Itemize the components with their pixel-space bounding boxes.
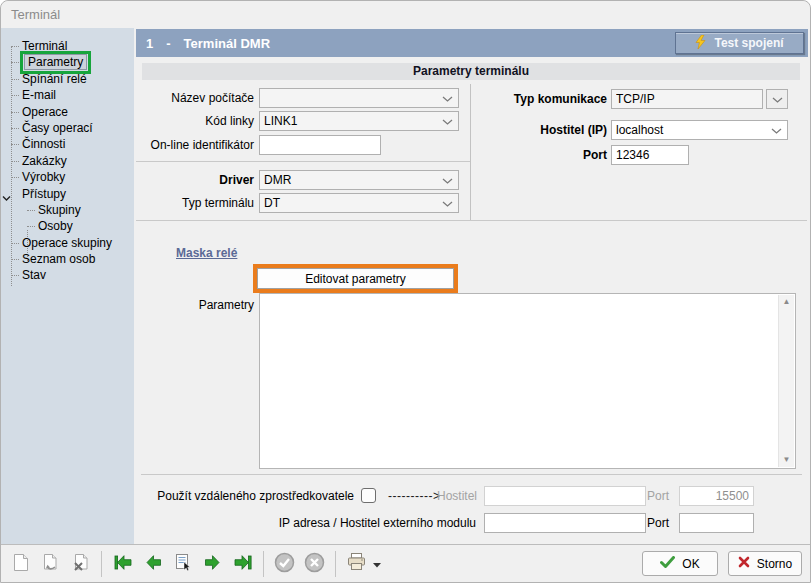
communication-type-dropdown-button[interactable] — [766, 89, 788, 109]
delete-page-icon — [71, 553, 90, 575]
line-code-combobox[interactable] — [259, 111, 459, 131]
port-input[interactable] — [611, 145, 689, 165]
sidebar-item-cinnosti[interactable]: Činnosti — [1, 136, 134, 152]
next-record-button[interactable] — [199, 550, 226, 577]
sidebar-item-vyrobky[interactable]: Výrobky — [1, 169, 134, 185]
external-module-host-input[interactable] — [484, 513, 646, 533]
textarea-scrollbar[interactable]: ▲ ▼ — [778, 295, 794, 467]
new-page-icon — [12, 553, 30, 575]
ok-button[interactable]: OK — [642, 551, 718, 576]
browse-records-button[interactable] — [169, 550, 196, 577]
section-title: Parametry terminálu — [413, 64, 529, 78]
chevron-down-icon — [772, 92, 783, 106]
separator-line — [136, 220, 807, 221]
sidebar-item-zakazky[interactable]: Zakázky — [1, 153, 134, 169]
parameters-label: Parametry — [134, 295, 254, 315]
new-record-button[interactable] — [7, 550, 34, 577]
separator-line — [141, 474, 802, 475]
next-record-icon — [204, 555, 222, 573]
print-button[interactable] — [343, 550, 383, 577]
storno-button[interactable]: Storno — [728, 551, 802, 576]
bottom-toolbar: OK Storno — [1, 544, 810, 582]
computer-name-label: Název počítače — [134, 88, 254, 108]
chevron-down-icon[interactable] — [771, 123, 782, 137]
sidebar-item-parametry[interactable]: Parametry — [1, 54, 134, 70]
port-label: Port — [469, 145, 607, 165]
chevron-down-icon[interactable] — [442, 114, 453, 128]
confirm-button[interactable] — [271, 550, 298, 577]
external-module-port-input[interactable] — [679, 513, 754, 533]
host-ip-input[interactable] — [612, 123, 771, 137]
last-record-button[interactable] — [229, 550, 256, 577]
sidebar-item-seznam-osob[interactable]: Seznam osob — [1, 251, 134, 267]
toolbar-separator — [335, 551, 336, 577]
confirm-circle-icon — [274, 552, 295, 576]
host-ip-label: Hostitel (IP) — [469, 120, 607, 140]
edit-parameters-button[interactable]: Editovat parametry — [257, 268, 454, 289]
chevron-down-icon[interactable] — [442, 173, 453, 187]
remote-host-input — [484, 486, 646, 506]
last-record-icon — [233, 555, 253, 573]
terminal-type-input[interactable] — [260, 196, 442, 210]
scroll-down-icon[interactable]: ▼ — [783, 456, 791, 464]
communication-type-combobox[interactable] — [611, 89, 763, 109]
sidebar-item-email[interactable]: E-mail — [1, 87, 134, 103]
line-code-input[interactable] — [260, 114, 442, 128]
check-icon — [660, 556, 675, 571]
test-connection-label: Test spojení — [714, 36, 783, 50]
delete-record-button[interactable] — [67, 550, 94, 577]
terminal-type-combobox[interactable] — [259, 193, 459, 213]
sidebar: Terminál Parametry Spínání relé E-mail O… — [1, 28, 134, 544]
sidebar-tree: Terminál Parametry Spínání relé E-mail O… — [1, 28, 134, 284]
sidebar-item-operace-skupiny[interactable]: Operace skupiny — [1, 235, 134, 251]
separator-line — [136, 161, 470, 162]
computer-name-combobox[interactable] — [259, 88, 459, 108]
use-remote-broker-label: Použít vzdáleného zprostředkovatele — [134, 486, 354, 506]
window-titlebar: Terminál — [1, 1, 810, 28]
sidebar-item-stav[interactable]: Stav — [1, 267, 134, 283]
sidebar-item-operace[interactable]: Operace — [1, 104, 134, 120]
sidebar-item-casy-operaci[interactable]: Časy operací — [1, 120, 134, 136]
sidebar-item-pristupy[interactable]: Přístupy — [1, 186, 134, 202]
sidebar-item-skupiny[interactable]: Skupiny — [1, 202, 134, 218]
record-number: 1 — [146, 36, 153, 51]
x-icon — [738, 556, 750, 571]
terminal-type-label: Typ terminálu — [134, 193, 254, 213]
toolbar-separator — [263, 551, 264, 577]
arrow-text: ----------> — [388, 486, 440, 506]
cancel-button[interactable] — [301, 550, 328, 577]
driver-input[interactable] — [260, 173, 442, 187]
online-identifier-input[interactable] — [259, 135, 381, 155]
remote-host-label: Hostitel — [434, 486, 477, 506]
print-dropdown-caret-icon[interactable] — [373, 556, 381, 571]
computer-name-input[interactable] — [260, 91, 442, 105]
previous-record-icon — [144, 555, 162, 573]
parameters-textarea[interactable]: ▲ ▼ — [259, 293, 796, 469]
annotation-green-box: Parametry — [20, 51, 91, 73]
ok-label: OK — [682, 557, 699, 571]
previous-record-button[interactable] — [139, 550, 166, 577]
remote-broker-checkbox[interactable] — [361, 488, 376, 503]
test-connection-button[interactable]: Test spojení — [675, 32, 804, 54]
sidebar-item-parametry-label: Parametry — [24, 54, 87, 70]
annotation-orange-box: Editovat parametry — [253, 264, 458, 293]
scroll-up-icon[interactable]: ▲ — [783, 298, 791, 306]
driver-combobox[interactable] — [259, 170, 459, 190]
host-ip-combobox[interactable] — [611, 120, 788, 140]
parameters-text — [264, 296, 775, 466]
relay-mask-link[interactable]: Maska relé — [176, 246, 237, 260]
window-title: Terminál — [11, 7, 60, 22]
chevron-down-icon[interactable] — [442, 196, 453, 210]
terminal-window: Terminál Terminál Parametry Spínání relé… — [0, 0, 811, 583]
chevron-down-icon[interactable] — [442, 91, 453, 105]
first-record-button[interactable] — [109, 550, 136, 577]
external-module-label: IP adresa / Hostitel externího modulu — [229, 513, 476, 533]
edit-record-button[interactable] — [37, 550, 64, 577]
record-title: Terminál DMR — [184, 36, 270, 51]
record-header-band: 1 - Terminál DMR Test spojení — [136, 29, 808, 57]
remote-port-label: Port — [644, 486, 669, 506]
communication-type-label: Typ komunikace — [469, 89, 607, 109]
communication-type-input[interactable] — [612, 92, 762, 106]
external-module-port-label: Port — [644, 513, 669, 533]
sidebar-item-osoby[interactable]: Osoby — [1, 218, 134, 234]
